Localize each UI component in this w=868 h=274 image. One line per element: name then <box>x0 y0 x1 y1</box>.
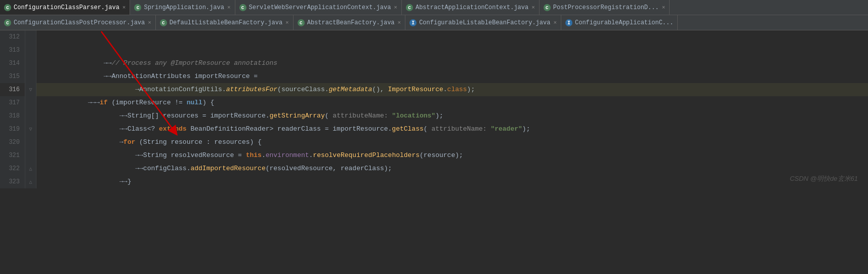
line-content: →→configClass.addImportedResource(resolv… <box>36 149 868 162</box>
tab-close-icon[interactable]: × <box>398 20 401 26</box>
line-gutter <box>25 30 36 44</box>
tab-label: ServletWebServerApplicationContext.java <box>249 4 391 11</box>
line-content: →→// Process any @ImportResource annotat… <box>36 44 868 57</box>
fold-icon[interactable]: ▽ <box>29 126 32 132</box>
tab-close-icon[interactable]: × <box>531 5 535 11</box>
fold-icon[interactable]: △ <box>29 166 32 172</box>
tab-close-icon[interactable]: × <box>148 20 151 26</box>
code-line-318: 318 →→Class<? extends BeanDefinitionRead… <box>0 109 868 123</box>
code-line-314: 314 →→AnnotationAttributes importResourc… <box>0 57 868 70</box>
tab-ConfigurableListableBeanFactory[interactable]: I ConfigurableListableBeanFactory.java × <box>405 15 561 30</box>
tab-AbstractBeanFactory[interactable]: c AbstractBeanFactory.java × <box>294 15 405 30</box>
line-number: 320 <box>0 136 25 149</box>
tab-SpringApplication[interactable]: c SpringApplication.java × <box>130 0 235 15</box>
tab-PostProcessorRegistration[interactable]: c PostProcessorRegistrationD... × <box>540 0 670 15</box>
line-gutter: ▽ <box>25 123 36 136</box>
tab-label: AbstractBeanFactory.java <box>307 19 395 26</box>
line-number: 312 <box>0 30 25 44</box>
tab-close-icon[interactable]: × <box>285 20 289 26</box>
code-line-323: 323 △ →→} <box>0 175 868 188</box>
tab-bar-row2: c ConfigurationClassPostProcessor.java ×… <box>0 15 868 30</box>
tab-ConfigurableApplicationContext[interactable]: I ConfigurableApplicationC... <box>561 15 678 30</box>
tab-icon-c: c <box>544 4 551 11</box>
tab-close-icon[interactable]: × <box>122 5 126 11</box>
code-line-321: 321 →→configClass.addImportedResource(re… <box>0 149 868 162</box>
tab-bar-row1: c ConfigurationClassParser.java × c Spri… <box>0 0 868 15</box>
tab-label: ConfigurableApplicationC... <box>575 19 673 26</box>
tab-icon-i: I <box>565 19 572 26</box>
line-content: →→Class<? extends BeanDefinitionReader> … <box>36 109 868 123</box>
ide-window: c ConfigurationClassParser.java × c Spri… <box>0 0 868 188</box>
tab-ConfigurationClassPostProcessor[interactable]: c ConfigurationClassPostProcessor.java × <box>0 15 156 30</box>
code-editor: 312 313 →→// Process any @ImportResource… <box>0 30 868 188</box>
tab-label: ConfigurableListableBeanFactory.java <box>419 19 550 26</box>
line-number: 322 <box>0 162 25 175</box>
tab-AbstractApplicationContext[interactable]: c AbstractApplicationContext.java × <box>402 0 540 15</box>
line-number: 319 <box>0 123 25 136</box>
line-content: →AnnotationConfigUtils.attributesFor(sou… <box>36 70 868 83</box>
tab-icon-c: c <box>298 19 305 26</box>
tab-icon-c: c <box>160 19 167 26</box>
fold-icon[interactable]: △ <box>29 179 32 185</box>
tab-DefaultListableBeanFactory[interactable]: c DefaultListableBeanFactory.java × <box>156 15 294 30</box>
line-gutter <box>25 149 36 162</box>
tab-label: AbstractApplicationContext.java <box>416 4 528 11</box>
line-gutter <box>25 136 36 149</box>
tab-label: PostProcessorRegistrationD... <box>553 4 659 11</box>
tab-icon-c: c <box>406 4 413 11</box>
line-content: →→AnnotationAttributes importResource = <box>36 57 868 70</box>
code-line-322: 322 △ →→} <box>0 162 868 175</box>
line-gutter <box>25 57 36 70</box>
line-gutter <box>25 109 36 123</box>
tab-ConfigurationClassParser[interactable]: c ConfigurationClassParser.java × <box>0 0 130 15</box>
code-line-313: 313 →→// Process any @ImportResource ann… <box>0 44 868 57</box>
tab-close-icon[interactable]: × <box>662 5 666 11</box>
line-number: 314 <box>0 57 25 70</box>
line-content: →→→if (importResource != null) { <box>36 83 868 96</box>
line-number: 321 <box>0 149 25 162</box>
line-content: →for (String resource : resources) { <box>36 123 868 136</box>
tab-label: SpringApplication.java <box>144 4 224 11</box>
line-content <box>36 30 868 44</box>
code-line-319: 319 ▽ →for (String resource : resources)… <box>0 123 868 136</box>
tab-close-icon[interactable]: × <box>553 20 557 26</box>
tab-icon-c: c <box>134 4 141 11</box>
line-gutter: ▽ <box>25 83 36 96</box>
line-gutter <box>25 70 36 83</box>
line-gutter: △ <box>25 162 36 175</box>
tab-icon-i: I <box>409 19 417 26</box>
tab-label: DefaultListableBeanFactory.java <box>170 19 282 26</box>
line-number: 323 <box>0 175 25 188</box>
line-content: →→} <box>36 175 868 188</box>
line-number: 318 <box>0 109 25 123</box>
line-content: →→} <box>36 162 868 175</box>
tab-icon-c: c <box>4 19 11 26</box>
tab-close-icon[interactable]: × <box>227 5 231 11</box>
line-gutter <box>25 96 36 109</box>
code-line-315: 315 →AnnotationConfigUtils.attributesFor… <box>0 70 868 83</box>
code-line-317: 317 →→String[] resources = importResourc… <box>0 96 868 109</box>
line-content: →→String resolvedResource = this.environ… <box>36 136 868 149</box>
tab-label: ConfigurationClassPostProcessor.java <box>14 19 145 26</box>
fold-icon[interactable]: ▽ <box>29 87 32 93</box>
tab-close-icon[interactable]: × <box>394 5 397 11</box>
line-number: 316 <box>0 83 25 96</box>
line-gutter: △ <box>25 175 36 188</box>
tab-ServletWebServer[interactable]: c ServletWebServerApplicationContext.jav… <box>235 0 402 15</box>
line-number: 315 <box>0 70 25 83</box>
line-gutter <box>25 44 36 57</box>
line-content: →→String[] resources = importResource.ge… <box>36 96 868 109</box>
code-line-312: 312 <box>0 30 868 44</box>
line-number: 317 <box>0 96 25 109</box>
tab-label: ConfigurationClassParser.java <box>14 4 119 11</box>
line-number: 313 <box>0 44 25 57</box>
tab-icon-c: c <box>239 4 246 11</box>
watermark: CSDN @明快de玄米61 <box>790 174 858 183</box>
tab-icon-c: c <box>4 4 11 11</box>
code-line-316: 316 ▽ →→→if (importResource != null) { <box>0 83 868 96</box>
code-line-320: 320 →→String resolvedResource = this.env… <box>0 136 868 149</box>
